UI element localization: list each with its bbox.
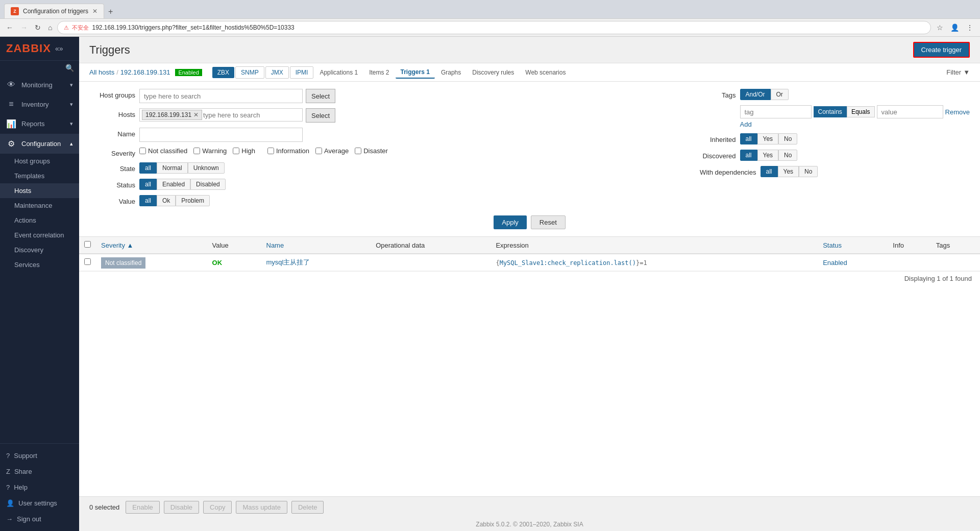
new-tab-btn[interactable]: +: [104, 5, 117, 18]
reset-btn[interactable]: Reset: [531, 215, 566, 229]
severity-col[interactable]: Severity ▲: [96, 237, 207, 254]
tag-add-link[interactable]: Add: [740, 120, 752, 128]
severity-information-cb[interactable]: [267, 148, 274, 154]
profile-btn[interactable]: 👤: [948, 22, 962, 33]
severity-warning[interactable]: Warning: [193, 147, 227, 155]
value-all-btn[interactable]: all: [139, 195, 157, 206]
state-all-btn[interactable]: all: [139, 162, 157, 174]
hosts-input[interactable]: [203, 110, 289, 120]
tab-triggers[interactable]: Triggers 1: [396, 66, 435, 79]
dependencies-all-btn[interactable]: all: [761, 166, 778, 177]
inherited-all-btn[interactable]: all: [740, 133, 757, 144]
tags-and-or-btn[interactable]: And/Or: [740, 89, 771, 100]
back-btn[interactable]: ←: [4, 22, 15, 33]
state-unknown-btn[interactable]: Unknown: [188, 162, 225, 174]
severity-warning-cb[interactable]: [193, 148, 200, 154]
name-col[interactable]: Name: [261, 237, 371, 254]
bookmark-btn[interactable]: ☆: [934, 22, 946, 33]
dependencies-yes-btn[interactable]: Yes: [778, 166, 799, 177]
status-enabled-btn[interactable]: Enabled: [157, 179, 190, 190]
menu-btn[interactable]: ⋮: [964, 22, 976, 33]
filter-btn[interactable]: Filter ▼: [946, 68, 970, 76]
sidebar-item-monitoring[interactable]: 👁 Monitoring ▾: [0, 75, 79, 94]
row-checkbox[interactable]: [84, 258, 91, 265]
sidebar-item-host-groups[interactable]: Host groups: [0, 154, 79, 168]
tag-equals-btn[interactable]: Equals: [847, 106, 875, 117]
home-btn[interactable]: ⌂: [46, 22, 54, 33]
severity-disaster[interactable]: Disaster: [355, 147, 388, 155]
browser-tab[interactable]: Z Configuration of triggers ✕: [4, 4, 104, 18]
severity-not-classified-cb[interactable]: [139, 148, 146, 154]
tab-graphs[interactable]: Graphs: [436, 67, 466, 78]
tag-value-input[interactable]: [877, 105, 943, 118]
sidebar-item-hosts[interactable]: Hosts: [0, 183, 79, 198]
discovered-yes-btn[interactable]: Yes: [757, 150, 779, 161]
refresh-btn[interactable]: ↻: [33, 22, 43, 33]
all-hosts-link[interactable]: All hosts: [89, 68, 114, 76]
sidebar-item-services[interactable]: Services: [0, 257, 79, 272]
host-groups-input[interactable]: [139, 89, 303, 103]
apply-btn[interactable]: Apply: [494, 215, 527, 229]
delete-btn[interactable]: Delete: [291, 501, 324, 514]
status-all-btn[interactable]: all: [139, 179, 157, 190]
tag-remove-link[interactable]: Remove: [945, 108, 970, 116]
sidebar-item-reports[interactable]: 📊 Reports ▾: [0, 114, 79, 134]
enable-btn[interactable]: Enable: [126, 501, 159, 514]
tab-discovery-rules[interactable]: Discovery rules: [467, 67, 519, 78]
status-link[interactable]: Enabled: [823, 259, 847, 267]
host-groups-select-btn[interactable]: Select: [306, 89, 335, 103]
logo-collapse-btn[interactable]: «»: [55, 44, 63, 53]
user-settings-item[interactable]: 👤 User settings: [0, 495, 79, 511]
support-item[interactable]: ? Support: [0, 448, 79, 464]
value-problem-btn[interactable]: Problem: [176, 195, 210, 206]
search-btn[interactable]: 🔍: [65, 64, 74, 72]
sidebar-item-event-correlation[interactable]: Event correlation: [0, 228, 79, 243]
forward-btn[interactable]: →: [18, 22, 30, 33]
disable-btn[interactable]: Disable: [164, 501, 199, 514]
mass-update-btn[interactable]: Mass update: [236, 501, 287, 514]
status-col[interactable]: Status: [818, 237, 888, 254]
select-all-checkbox[interactable]: [84, 241, 91, 248]
sidebar-item-actions[interactable]: Actions: [0, 213, 79, 228]
tab-ipmi[interactable]: IPMI: [290, 66, 314, 79]
tag-contains-btn[interactable]: Contains: [814, 106, 847, 117]
severity-not-classified[interactable]: Not classified: [139, 147, 187, 155]
severity-high-cb[interactable]: [233, 148, 239, 154]
sidebar-item-configuration[interactable]: ⚙ Configuration ▴: [0, 134, 79, 154]
address-bar[interactable]: ⚠ 不安全 192.168.199.130/triggers.php?filte…: [57, 21, 931, 34]
dependencies-no-btn[interactable]: No: [799, 166, 818, 177]
inherited-yes-btn[interactable]: Yes: [757, 133, 779, 144]
create-trigger-btn[interactable]: Create trigger: [913, 42, 970, 58]
help-item[interactable]: ? Help: [0, 479, 79, 495]
severity-average[interactable]: Average: [315, 147, 349, 155]
inherited-no-btn[interactable]: No: [778, 133, 797, 144]
copy-btn[interactable]: Copy: [203, 501, 232, 514]
severity-information[interactable]: Information: [267, 147, 309, 155]
severity-high[interactable]: High: [233, 147, 255, 155]
hosts-select-btn[interactable]: Select: [306, 108, 335, 123]
severity-disaster-cb[interactable]: [355, 148, 361, 154]
sidebar-item-templates[interactable]: Templates: [0, 168, 79, 183]
tab-close-btn[interactable]: ✕: [92, 8, 97, 15]
tab-zbx[interactable]: ZBX: [212, 67, 234, 78]
trigger-name-link[interactable]: mysql主从挂了: [266, 258, 310, 266]
tab-snmp[interactable]: SNMP: [235, 66, 264, 79]
severity-average-cb[interactable]: [315, 148, 322, 154]
status-disabled-btn[interactable]: Disabled: [190, 179, 226, 190]
discovered-no-btn[interactable]: No: [778, 150, 797, 161]
expression-link[interactable]: MySQL_Slave1:check_replication.last(): [500, 259, 636, 267]
tab-jmx[interactable]: JMX: [265, 66, 289, 79]
sign-out-item[interactable]: → Sign out: [0, 511, 79, 527]
state-normal-btn[interactable]: Normal: [157, 162, 188, 174]
host-link[interactable]: 192.168.199.131: [120, 68, 170, 76]
tag-name-input[interactable]: [740, 105, 812, 118]
tab-items[interactable]: Items 2: [364, 67, 394, 78]
discovered-all-btn[interactable]: all: [740, 150, 757, 161]
tags-or-btn[interactable]: Or: [771, 89, 789, 100]
name-input[interactable]: [139, 128, 303, 142]
host-tag-remove-btn[interactable]: ✕: [193, 111, 199, 118]
sidebar-item-discovery[interactable]: Discovery: [0, 243, 79, 257]
value-ok-btn[interactable]: Ok: [157, 195, 176, 206]
share-item[interactable]: Z Share: [0, 464, 79, 479]
sidebar-item-maintenance[interactable]: Maintenance: [0, 198, 79, 213]
